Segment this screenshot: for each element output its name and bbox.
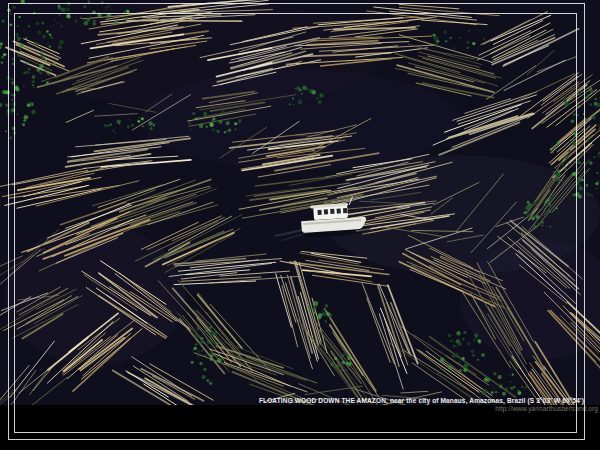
- boat-window: [324, 209, 328, 214]
- water-glow: [5, 225, 185, 365]
- boat-window: [337, 208, 341, 213]
- boat-window: [343, 208, 347, 213]
- amazon-photo: [0, 0, 600, 405]
- photo-caption-title: FLOATING WOOD DOWN THE AMAZON, near the …: [259, 397, 584, 404]
- boat-window: [317, 210, 321, 215]
- boat-window: [330, 209, 334, 214]
- photo-caption-url: http://www.yannarthusbertrand.org: [495, 405, 598, 412]
- wallpaper: FLOATING WOOD DOWN THE AMAZON, near the …: [0, 0, 600, 450]
